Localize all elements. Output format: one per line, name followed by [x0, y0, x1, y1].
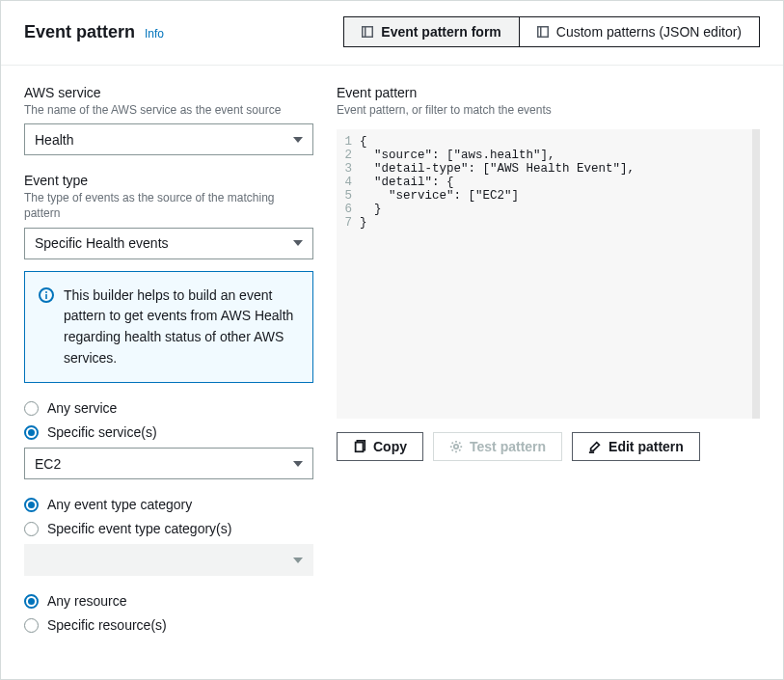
edit-icon	[588, 440, 602, 453]
title-wrap: Event pattern Info	[24, 22, 164, 42]
copy-button[interactable]: Copy	[337, 432, 423, 461]
radio-circle	[24, 425, 39, 440]
button-row: Copy Test pattern Edit pattern	[337, 432, 760, 461]
left-column: AWS service The name of the AWS service …	[24, 85, 313, 633]
info-link[interactable]: Info	[145, 27, 164, 41]
code-line-3: "detail-type": ["AWS Health Event"],	[360, 162, 635, 176]
chevron-down-icon	[293, 461, 303, 467]
copy-icon	[353, 440, 366, 453]
radio-specific-resources[interactable]: Specific resource(s)	[24, 617, 313, 633]
event-type-select[interactable]: Specific Health events	[24, 228, 313, 259]
radio-label: Specific service(s)	[47, 424, 157, 440]
chevron-down-icon	[293, 137, 303, 143]
event-pattern-panel: Event pattern Info Event pattern form Cu…	[0, 0, 784, 680]
code-line-4: "detail": {	[360, 176, 454, 189]
code-editor[interactable]: 1{ 2 "source": ["aws.health"], 3 "detail…	[337, 129, 760, 419]
pattern-title: Event pattern	[337, 85, 760, 100]
radio-circle	[24, 522, 39, 536]
svg-point-8	[454, 445, 458, 449]
radio-any-resource[interactable]: Any resource	[24, 593, 313, 609]
service-radio-group: Any service Specific service(s)	[24, 400, 313, 440]
page-title: Event pattern	[24, 22, 135, 41]
select-value: EC2	[35, 456, 61, 472]
test-pattern-button[interactable]: Test pattern	[433, 432, 562, 461]
code-line-2: "source": ["aws.health"],	[360, 149, 555, 162]
tab-event-pattern-form[interactable]: Event pattern form	[343, 16, 519, 47]
resource-radio-group: Any resource Specific resource(s)	[24, 593, 313, 633]
right-column: Event pattern Event pattern, or filter t…	[337, 85, 760, 633]
chevron-down-icon	[293, 558, 303, 563]
radio-label: Specific event type category(s)	[47, 521, 231, 536]
code-line-7: }	[360, 216, 367, 230]
specific-service-select[interactable]: EC2	[24, 448, 313, 479]
aws-service-select[interactable]: Health	[24, 123, 313, 155]
radio-label: Specific resource(s)	[47, 617, 167, 633]
radio-specific-services[interactable]: Specific service(s)	[24, 424, 313, 440]
form-layout-icon	[537, 26, 549, 38]
radio-circle	[24, 401, 39, 416]
chevron-down-icon	[293, 240, 303, 246]
pattern-desc: Event pattern, or filter to match the ev…	[337, 102, 760, 118]
event-type-desc: The type of events as the source of the …	[24, 190, 313, 221]
code-line-1: {	[360, 135, 367, 149]
select-value: Health	[35, 132, 73, 148]
code-line-5: "service": ["EC2"]	[360, 189, 519, 203]
radio-circle	[24, 618, 39, 633]
radio-label: Any event type category	[47, 497, 192, 512]
aws-service-label: AWS service	[24, 85, 313, 100]
svg-rect-0	[363, 27, 373, 38]
code-line-6: }	[360, 203, 382, 216]
info-text: This builder helps to build an event pat…	[64, 286, 299, 369]
tab-label: Custom patterns (JSON editor)	[556, 24, 742, 40]
svg-rect-7	[356, 443, 364, 452]
edit-pattern-button[interactable]: Edit pattern	[572, 432, 700, 461]
form-layout-icon	[362, 26, 373, 38]
view-tabs: Event pattern form Custom patterns (JSON…	[343, 16, 760, 47]
builder-info-box: This builder helps to build an event pat…	[24, 271, 313, 384]
button-label: Copy	[373, 439, 407, 454]
button-label: Test pattern	[470, 439, 546, 454]
panel-header: Event pattern Info Event pattern form Cu…	[1, 1, 783, 66]
svg-point-5	[45, 291, 47, 293]
info-icon	[39, 287, 54, 303]
event-type-label: Event type	[24, 173, 313, 188]
aws-service-desc: The name of the AWS service as the event…	[24, 102, 313, 118]
svg-rect-2	[538, 27, 549, 38]
button-label: Edit pattern	[608, 439, 684, 454]
gear-icon	[449, 440, 463, 453]
radio-circle	[24, 498, 39, 512]
radio-any-category[interactable]: Any event type category	[24, 497, 313, 512]
radio-circle	[24, 594, 39, 609]
svg-rect-6	[45, 294, 47, 299]
specific-category-select	[24, 544, 313, 576]
category-radio-group: Any event type category Specific event t…	[24, 497, 313, 536]
tab-custom-patterns[interactable]: Custom patterns (JSON editor)	[520, 16, 760, 47]
radio-label: Any resource	[47, 593, 126, 609]
radio-label: Any service	[47, 400, 117, 416]
select-value: Specific Health events	[35, 235, 169, 251]
radio-any-service[interactable]: Any service	[24, 400, 313, 416]
radio-specific-categories[interactable]: Specific event type category(s)	[24, 521, 313, 536]
panel-body: AWS service The name of the AWS service …	[1, 66, 783, 652]
tab-label: Event pattern form	[381, 24, 500, 40]
